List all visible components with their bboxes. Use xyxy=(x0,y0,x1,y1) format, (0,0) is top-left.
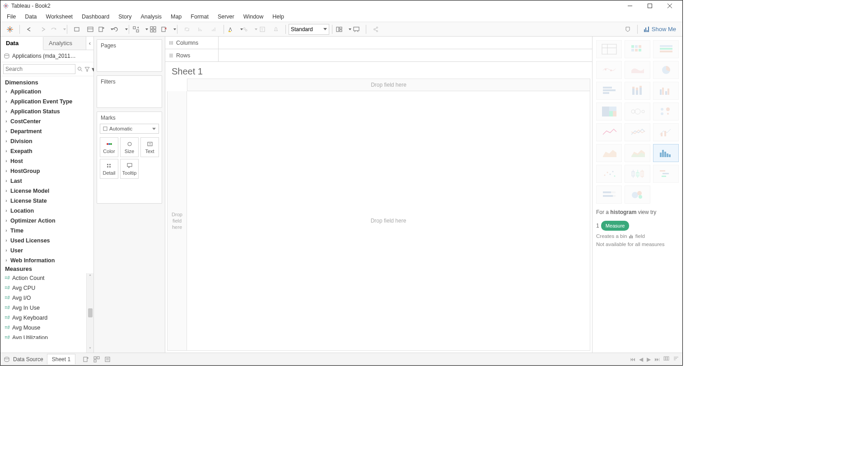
dimension-field[interactable]: ›Department xyxy=(0,126,93,136)
dimension-field[interactable]: ›Application Event Type xyxy=(0,97,93,107)
menu-window[interactable]: Window xyxy=(239,12,268,21)
menu-file[interactable]: File xyxy=(2,12,20,21)
viz-symbol-map[interactable] xyxy=(596,61,622,79)
redo-button[interactable] xyxy=(37,23,49,35)
menu-data[interactable]: Data xyxy=(20,12,41,21)
nav-next-button[interactable]: ▶ xyxy=(647,356,651,363)
dimension-field[interactable]: ›Application xyxy=(0,87,93,97)
collapse-sidebar-button[interactable]: ‹ xyxy=(86,37,93,50)
new-worksheet-tab-button[interactable] xyxy=(83,356,89,363)
datasource-name[interactable]: Applications (mda_2011… xyxy=(12,53,76,59)
close-button[interactable] xyxy=(660,1,680,11)
nav-prev-button[interactable]: ◀ xyxy=(639,356,643,363)
viz-scatter[interactable] xyxy=(596,165,622,183)
nav-last-button[interactable]: ⏭ xyxy=(654,356,660,363)
pages-shelf[interactable]: Pages xyxy=(97,39,162,72)
menu-analysis[interactable]: Analysis xyxy=(136,12,166,21)
show-labels-button[interactable]: T xyxy=(257,23,268,35)
viz-packed-bubble[interactable] xyxy=(625,186,650,204)
dimension-field[interactable]: ›Host xyxy=(0,156,93,166)
menu-format[interactable]: Format xyxy=(186,12,213,21)
swap-button[interactable] xyxy=(133,23,145,35)
viz-gantt[interactable] xyxy=(653,165,679,183)
clear-button[interactable] xyxy=(161,23,173,35)
viz-pie[interactable] xyxy=(653,61,679,79)
viz-heat-map[interactable] xyxy=(625,40,650,58)
show-cards-button[interactable] xyxy=(336,23,348,35)
viz-box-plot[interactable] xyxy=(625,165,650,183)
columns-drop-zone[interactable]: Drop field here xyxy=(187,79,590,91)
analytics-tab[interactable]: Analytics xyxy=(43,37,86,50)
measure-field[interactable]: =#Avg CPU xyxy=(0,283,93,293)
dimension-field[interactable]: ›Web Information xyxy=(0,256,93,263)
dimension-field[interactable]: ›Exepath xyxy=(0,146,93,156)
sort-desc-button[interactable] xyxy=(208,23,220,35)
field-search-input[interactable] xyxy=(3,64,75,74)
menu-server[interactable]: Server xyxy=(213,12,239,21)
dimension-field[interactable]: ›CostCenter xyxy=(0,116,93,126)
marks-size-button[interactable]: Size xyxy=(120,137,139,157)
viz-treemap[interactable] xyxy=(596,102,622,121)
viz-side-bar[interactable] xyxy=(653,82,679,100)
pin-button[interactable] xyxy=(270,23,282,35)
rows-drop-zone[interactable]: Drop field here xyxy=(167,91,187,351)
sheet-tab[interactable]: Sheet 1 xyxy=(47,354,75,364)
show-me-button[interactable]: Show Me xyxy=(640,24,680,34)
viz-circle[interactable] xyxy=(625,102,650,121)
save-button[interactable] xyxy=(51,23,62,35)
marks-text-button[interactable]: TText xyxy=(140,137,159,157)
guide-button[interactable] xyxy=(622,23,634,35)
menu-worksheet[interactable]: Worksheet xyxy=(42,12,78,21)
menu-map[interactable]: Map xyxy=(166,12,186,21)
new-worksheet-button[interactable] xyxy=(98,23,110,35)
presentation-button[interactable] xyxy=(350,23,362,35)
measure-field[interactable]: =#Avg Keyboard xyxy=(0,313,93,323)
dimension-field[interactable]: ›License Model xyxy=(0,186,93,196)
highlight-button[interactable] xyxy=(228,23,239,35)
datasource-tab-icon[interactable] xyxy=(4,357,9,362)
marks-tooltip-button[interactable]: Tooltip xyxy=(120,159,139,179)
viz-filled-map[interactable] xyxy=(625,61,650,79)
viz-area-disc[interactable] xyxy=(625,144,650,162)
measure-field[interactable]: =#Avg Mouse xyxy=(0,323,93,333)
share-button[interactable] xyxy=(370,23,382,35)
viz-stacked-bar[interactable] xyxy=(625,82,650,100)
viz-dual-line[interactable] xyxy=(653,123,679,141)
minimize-button[interactable] xyxy=(620,1,640,11)
tableau-icon[interactable] xyxy=(4,23,16,35)
menu-story[interactable]: Story xyxy=(114,12,136,21)
fit-select[interactable]: Standard xyxy=(289,24,329,35)
menu-help[interactable]: Help xyxy=(268,12,289,21)
new-datasource-button[interactable] xyxy=(71,23,83,35)
viz-line-cont[interactable] xyxy=(596,123,622,141)
pause-auto-button[interactable] xyxy=(84,23,96,35)
rows-shelf[interactable]: Rows xyxy=(165,49,592,62)
sheet-title[interactable]: Sheet 1 xyxy=(165,62,592,79)
undo-button[interactable] xyxy=(23,23,35,35)
menu-dashboard[interactable]: Dashboard xyxy=(77,12,114,21)
dimension-field[interactable]: ›Time xyxy=(0,226,93,236)
measures-scrollbar[interactable]: ˄˅ xyxy=(86,273,93,353)
dimension-field[interactable]: ›Division xyxy=(0,136,93,146)
sort-tabs-button[interactable] xyxy=(673,356,679,363)
dimension-field[interactable]: ›Optimizer Action xyxy=(0,216,93,226)
swap-rows-cols-button[interactable] xyxy=(181,23,193,35)
viz-line-disc[interactable] xyxy=(625,123,650,141)
viz-area-cont[interactable] xyxy=(596,144,622,162)
sort-asc-button[interactable] xyxy=(195,23,206,35)
viz-side-circle[interactable] xyxy=(653,102,679,121)
measure-field[interactable]: =#Avg Utilization xyxy=(0,333,93,339)
viz-highlight-table[interactable] xyxy=(653,40,679,58)
dimension-field[interactable]: ›Application Status xyxy=(0,107,93,116)
datasource-tab[interactable]: Data Source xyxy=(13,356,43,363)
viz-bullet[interactable] xyxy=(596,186,622,204)
viz-hbar[interactable] xyxy=(596,82,622,100)
nav-first-button[interactable]: ⏮ xyxy=(630,356,635,363)
dimension-field[interactable]: ›Used Licenses xyxy=(0,236,93,246)
maximize-button[interactable] xyxy=(640,1,660,11)
view-drop-zone[interactable]: Drop field here xyxy=(187,91,590,351)
dimension-field[interactable]: ›Last xyxy=(0,176,93,186)
marks-detail-button[interactable]: Detail xyxy=(100,159,118,179)
measure-field[interactable]: =#Avg I/O xyxy=(0,293,93,303)
filmstrip-button[interactable] xyxy=(663,356,670,363)
